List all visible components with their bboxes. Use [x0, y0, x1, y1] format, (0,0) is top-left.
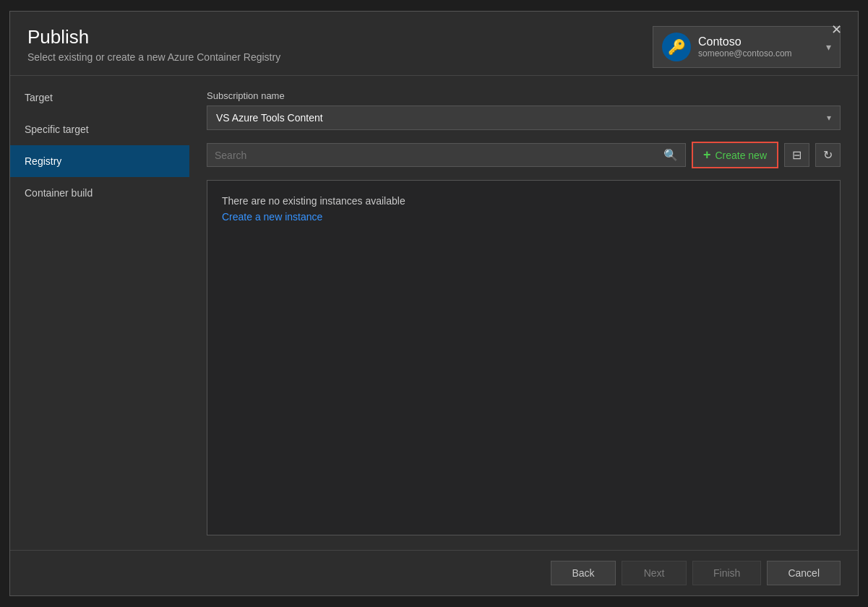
search-input[interactable] — [215, 150, 658, 161]
content-area: Target Specific target Registry Containe… — [10, 76, 858, 550]
account-email: someone@contoso.com — [698, 48, 819, 59]
create-new-label: Create new — [715, 150, 767, 161]
back-button[interactable]: Back — [551, 561, 616, 585]
sort-button[interactable]: ⊟ — [784, 143, 809, 167]
finish-button[interactable]: Finish — [692, 561, 761, 585]
dialog-subtitle: Select existing or create a new Azure Co… — [27, 51, 280, 63]
chevron-down-icon: ▾ — [826, 41, 831, 53]
sidebar-item-target[interactable]: Target — [10, 82, 189, 113]
search-box[interactable]: 🔍 — [207, 143, 686, 167]
no-instances-message: There are no existing instances availabl… — [222, 195, 825, 207]
sidebar-item-specific-target[interactable]: Specific target — [10, 113, 189, 145]
subscription-value: VS Azure Tools Content — [216, 112, 323, 124]
subscription-label: Subscription name — [207, 90, 841, 101]
instances-panel: There are no existing instances availabl… — [207, 180, 841, 535]
footer: Back Next Finish Cancel — [10, 550, 858, 595]
close-button[interactable]: ✕ — [825, 19, 848, 40]
sidebar: Target Specific target Registry Containe… — [10, 76, 189, 550]
account-info: Contoso someone@contoso.com — [698, 35, 819, 59]
create-new-instance-link[interactable]: Create a new instance — [222, 211, 825, 223]
account-badge[interactable]: 🔑 Contoso someone@contoso.com ▾ — [653, 26, 841, 68]
title-bar: Publish Select existing or create a new … — [10, 12, 858, 75]
sort-icon: ⊟ — [792, 149, 802, 161]
cancel-button[interactable]: Cancel — [767, 561, 841, 585]
subscription-section: Subscription name VS Azure Tools Content… — [207, 90, 841, 130]
refresh-icon: ↻ — [823, 149, 833, 161]
account-name: Contoso — [698, 35, 819, 48]
title-section: Publish Select existing or create a new … — [27, 26, 280, 63]
account-icon: 🔑 — [662, 33, 691, 61]
main-panel: Subscription name VS Azure Tools Content… — [189, 76, 858, 550]
chevron-down-icon: ▾ — [827, 113, 831, 123]
sidebar-item-registry[interactable]: Registry — [10, 145, 189, 177]
publish-dialog: Publish Select existing or create a new … — [9, 11, 859, 596]
refresh-button[interactable]: ↻ — [815, 143, 841, 167]
sidebar-item-container-build[interactable]: Container build — [10, 177, 189, 209]
next-button[interactable]: Next — [622, 561, 687, 585]
create-new-button[interactable]: + Create new — [692, 142, 778, 168]
plus-icon: + — [703, 147, 711, 163]
search-and-actions: 🔍 + Create new ⊟ ↻ — [207, 142, 841, 168]
subscription-dropdown[interactable]: VS Azure Tools Content ▾ — [207, 106, 841, 130]
dialog-title: Publish — [27, 26, 280, 48]
search-icon: 🔍 — [663, 148, 678, 162]
